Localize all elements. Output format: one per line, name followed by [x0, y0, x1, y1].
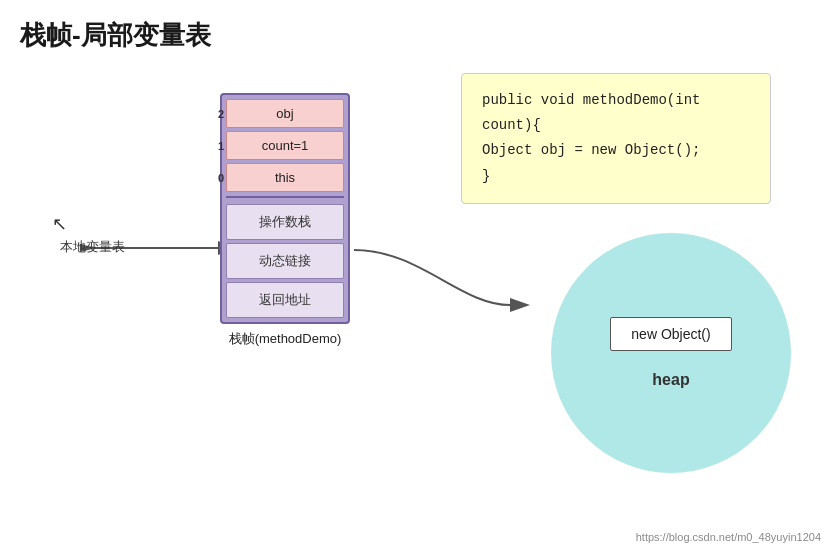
- cell-obj: obj: [226, 99, 344, 128]
- code-line2: Object obj = new Object();: [482, 138, 750, 163]
- heap-label: heap: [652, 371, 689, 389]
- stack-container: 2 obj 1 count=1 0 this 操作数栈 动态链接: [220, 93, 350, 348]
- code-line3: }: [482, 164, 750, 189]
- page-title: 栈帧-局部变量表: [0, 0, 831, 63]
- other-section: 操作数栈 动态链接 返回地址: [226, 204, 344, 318]
- watermark: https://blog.csdn.net/m0_48yuyin1204: [636, 531, 821, 543]
- stack-row-2: 2 obj: [226, 99, 344, 128]
- cell-dynamic-link: 动态链接: [226, 243, 344, 279]
- cell-operand-stack: 操作数栈: [226, 204, 344, 240]
- main-area: ↖ public void methodDemo(int count){ Obj…: [0, 63, 831, 550]
- local-vars-label: 本地变量表: [60, 238, 125, 256]
- stack-frame-label: 栈帧(methodDemo): [220, 330, 350, 348]
- heap-object-box: new Object(): [610, 317, 731, 351]
- code-box: public void methodDemo(int count){ Objec…: [461, 73, 771, 204]
- index-0: 0: [208, 172, 224, 184]
- cell-this: this: [226, 163, 344, 192]
- local-vars-section: 2 obj 1 count=1 0 this: [226, 99, 344, 192]
- index-1: 1: [208, 140, 224, 152]
- local-vars-text: 本地变量表: [60, 238, 125, 256]
- code-line1: public void methodDemo(int count){: [482, 88, 750, 138]
- cell-return-addr: 返回地址: [226, 282, 344, 318]
- index-2: 2: [208, 108, 224, 120]
- stack-frame: 2 obj 1 count=1 0 this 操作数栈 动态链接: [220, 93, 350, 324]
- heap-circle: new Object() heap: [551, 233, 791, 473]
- stack-row-1: 1 count=1: [226, 131, 344, 160]
- cell-count: count=1: [226, 131, 344, 160]
- stack-row-0: 0 this: [226, 163, 344, 192]
- cursor: ↖: [52, 213, 67, 235]
- section-divider: [226, 196, 344, 198]
